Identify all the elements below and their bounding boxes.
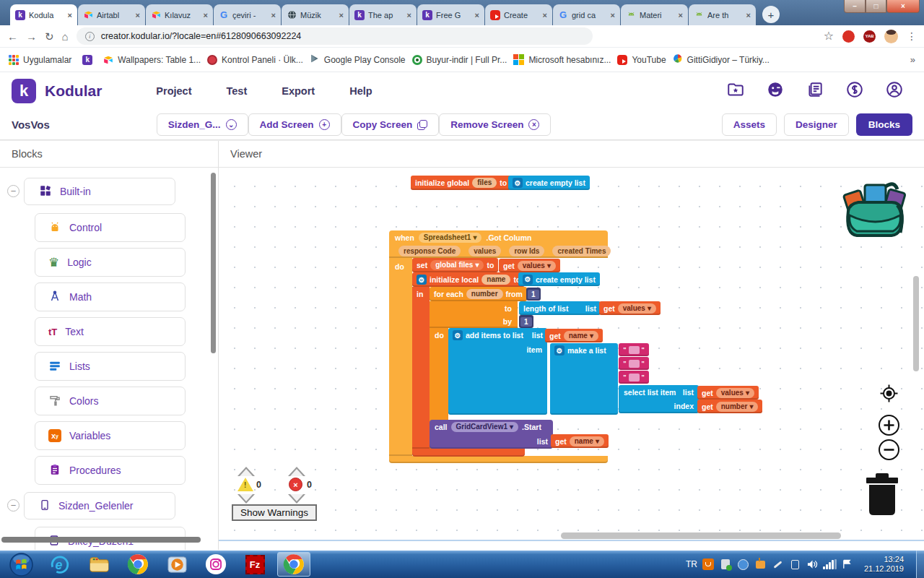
dropdown-name[interactable]: name▾ xyxy=(570,436,604,447)
block-get-name-1[interactable]: get name▾ xyxy=(545,329,603,342)
bookmark-kontrol-paneli[interactable]: Kontrol Paneli · Ülk... xyxy=(207,55,303,65)
string-field[interactable] xyxy=(629,346,640,354)
kodular-logo[interactable]: k xyxy=(12,79,36,103)
action-center-flag-icon[interactable] xyxy=(841,558,853,571)
tab-close-icon[interactable]: × xyxy=(339,11,344,20)
block-set-global-files[interactable]: set global files▾ to xyxy=(412,258,498,272)
when-block-bottom[interactable] xyxy=(389,456,608,463)
show-warnings-button[interactable]: Show Warnings xyxy=(232,504,317,521)
block-for-each-number[interactable]: for each number from xyxy=(430,287,527,301)
tab-kodular[interactable]: k Kodula × xyxy=(10,4,77,25)
taskbar-ie-icon[interactable]: e xyxy=(43,552,77,577)
block-get-number[interactable]: get number▾ xyxy=(697,400,762,413)
clipboard-tray-icon[interactable] xyxy=(789,558,801,571)
block-number-1a[interactable]: 1 xyxy=(526,288,541,301)
param-created-times[interactable]: created Times xyxy=(552,246,611,256)
adblock-extension-icon[interactable] xyxy=(842,30,855,43)
menu-test[interactable]: Test xyxy=(227,85,248,97)
palette-text[interactable]: tT Text xyxy=(35,317,186,346)
dropdown-name[interactable]: name▾ xyxy=(564,331,598,341)
menu-export[interactable]: Export xyxy=(282,85,315,97)
account-icon[interactable] xyxy=(885,80,904,102)
block-initialize-global-files[interactable]: initialize global files to xyxy=(411,176,511,190)
bookmark-wallpapers[interactable]: Wallpapers: Table 1... xyxy=(103,55,201,65)
profile-avatar[interactable] xyxy=(884,30,898,43)
tab-create[interactable]: Create × xyxy=(485,4,552,25)
for-each-args[interactable]: to by xyxy=(430,301,518,328)
collapse-builtin-button[interactable]: − xyxy=(7,185,19,197)
tab-muzik[interactable]: Müzik × xyxy=(282,4,349,25)
dropdown-values[interactable]: values▾ xyxy=(618,303,656,314)
center-workspace-icon[interactable] xyxy=(879,384,899,406)
copy-screen-button[interactable]: Copy Screen xyxy=(341,113,440,136)
error-down-arrow[interactable] xyxy=(288,494,305,504)
block-get-values-3[interactable]: get values▾ xyxy=(697,386,759,400)
community-icon[interactable] xyxy=(766,80,785,102)
tab-close-icon[interactable]: × xyxy=(136,11,140,20)
field-number[interactable]: number xyxy=(466,289,503,299)
dropdown-gridcardview1[interactable]: GridCardView1▾ xyxy=(451,422,519,432)
mutator-gear-icon[interactable]: ⚙ xyxy=(453,330,463,340)
tab-gridca[interactable]: G grid ca × xyxy=(553,4,620,25)
billing-icon[interactable] xyxy=(845,80,864,102)
warning-down-arrow[interactable] xyxy=(237,494,255,504)
bookmarks-overflow-icon[interactable]: » xyxy=(910,54,915,65)
back-icon[interactable]: ← xyxy=(7,31,18,42)
designer-button[interactable]: Designer xyxy=(784,113,849,136)
url-input[interactable]: i creator.kodular.io/?locale=en#61280906… xyxy=(77,27,593,45)
bookmark-gittigidiyor[interactable]: GittiGidiyor – Türkiy... xyxy=(673,53,770,66)
taskbar-clock[interactable]: 13:24 21.12.2019 xyxy=(864,555,904,574)
block-select-list-item[interactable]: select list item list index xyxy=(619,385,699,413)
block-create-empty-list-2[interactable]: ⚙ create empty list xyxy=(518,272,600,286)
when-do-spine[interactable]: do xyxy=(389,258,412,456)
language-indicator[interactable]: TR xyxy=(686,559,697,569)
bookmark-microsoft[interactable]: Microsoft hesabınız... xyxy=(513,54,611,65)
tab-close-icon[interactable]: × xyxy=(475,11,479,20)
block-when-got-column[interactable]: when Spreadsheet1▾ .Got Column response … xyxy=(389,230,608,258)
collapse-screen-button[interactable]: − xyxy=(7,499,19,512)
forward-icon[interactable]: → xyxy=(26,31,37,42)
bookmark-kodular-icon[interactable]: k xyxy=(82,55,92,65)
block-length-of-list[interactable]: length of list list xyxy=(519,301,601,315)
block-empty-string-1[interactable]: "" xyxy=(619,343,649,356)
param-response-code[interactable]: response Code xyxy=(398,246,461,256)
pen-tray-icon[interactable] xyxy=(772,558,784,571)
taskbar-explorer-icon[interactable] xyxy=(82,552,116,577)
taskbar-wmp-icon[interactable] xyxy=(160,552,193,577)
menu-help[interactable]: Help xyxy=(349,85,372,97)
block-get-values-2[interactable]: get values▾ xyxy=(599,301,661,315)
trash-icon[interactable] xyxy=(861,472,903,519)
yab-extension-icon[interactable]: YAB xyxy=(863,30,876,43)
dropdown-values[interactable]: values▾ xyxy=(518,261,556,271)
taskbar-chrome-active[interactable] xyxy=(277,552,310,577)
dropdown-number[interactable]: number▾ xyxy=(716,402,759,412)
param-row-ids[interactable]: row Ids xyxy=(509,246,544,256)
usb-tray-icon[interactable] xyxy=(720,558,732,571)
tab-areth[interactable]: Are th × xyxy=(689,4,756,25)
param-values[interactable]: values xyxy=(468,246,501,256)
palette-lists[interactable]: Lists xyxy=(35,352,186,381)
palette-logic[interactable]: ♛ Logic xyxy=(35,248,186,277)
string-field[interactable] xyxy=(629,360,640,368)
remove-screen-button[interactable]: Remove Screen × xyxy=(439,113,551,136)
block-get-name-2[interactable]: get name▾ xyxy=(551,434,609,448)
home-icon[interactable]: ⌂ xyxy=(62,31,69,42)
tab-close-icon[interactable]: × xyxy=(271,11,276,20)
warning-up-arrow[interactable] xyxy=(237,467,255,476)
show-desktop-button[interactable] xyxy=(916,551,924,578)
tab-kilavuz[interactable]: Kılavuz × xyxy=(146,4,213,25)
volume-tray-icon[interactable] xyxy=(806,558,819,571)
palette-colors[interactable]: Colors xyxy=(35,387,186,415)
block-call-gridcardview-start[interactable]: call GridCardView1▾ .Start list xyxy=(430,420,553,449)
tab-theap[interactable]: k The ap × xyxy=(349,4,417,25)
block-get-values-1[interactable]: get values▾ xyxy=(499,259,560,272)
field-files[interactable]: files xyxy=(472,178,497,188)
blocks-canvas[interactable]: initialize global files to ⚙ create empt… xyxy=(219,168,924,541)
error-icon[interactable]: × xyxy=(289,478,302,491)
bookmark-play-console[interactable]: Google Play Console xyxy=(310,53,406,66)
screen-dropdown-button[interactable]: Sizden_G... ⌄ xyxy=(157,113,248,136)
window-maximize-button[interactable]: □ xyxy=(866,0,886,13)
block-create-empty-list-1[interactable]: ⚙ create empty list xyxy=(508,176,590,190)
block-add-items-to-list[interactable]: ⚙ add items to list list item xyxy=(448,328,547,415)
blocks-button[interactable]: Blocks xyxy=(856,113,912,136)
